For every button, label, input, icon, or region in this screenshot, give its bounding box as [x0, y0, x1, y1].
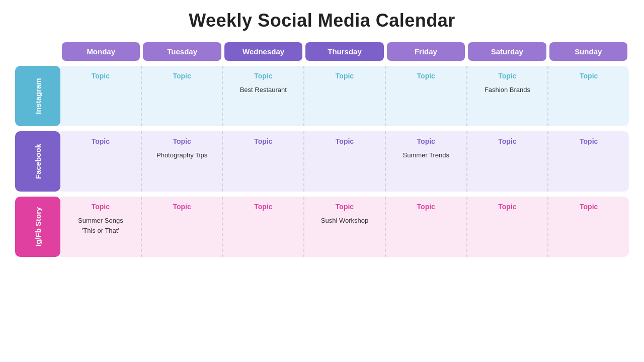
cell-topic-label: Topic [417, 137, 435, 145]
cell-facebook-thursday: Topic [303, 131, 385, 192]
platform-row-facebook: FacebookTopicTopicPhotography TipsTopicT… [15, 131, 629, 192]
cell-facebook-monday: Topic [60, 131, 141, 192]
cell-topic-label: Topic [417, 72, 435, 80]
cell-topic-label: Topic [336, 72, 354, 80]
cell-topic-label: Topic [417, 203, 435, 211]
page-title: Weekly Social Media Calendar [189, 10, 455, 31]
cell-content-text: Best Restaurant [240, 85, 287, 95]
cell-ig-fb-story-thursday: TopicSushi Workshop [303, 197, 385, 257]
cell-ig-fb-story-monday: TopicSummer Songs'This or That' [60, 197, 141, 257]
cell-facebook-sunday: Topic [547, 131, 629, 192]
day-header-monday: Monday [62, 42, 140, 61]
cell-topic-label: Topic [173, 72, 191, 80]
cell-topic-label: Topic [173, 203, 191, 211]
cell-facebook-saturday: Topic [466, 131, 548, 192]
cell-instagram-saturday: TopicFashion Brands [466, 66, 548, 126]
platform-label-ig-fb-story: Ig/Fb Story [15, 197, 60, 257]
cell-content-text: Sushi Workshop [321, 216, 368, 226]
days-grid-ig-fb-story: TopicSummer Songs'This or That'TopicTopi… [60, 197, 629, 257]
cell-topic-label: Topic [92, 203, 110, 211]
cell-topic-label: Topic [92, 72, 110, 80]
cell-instagram-sunday: Topic [547, 66, 629, 126]
cell-topic-label: Topic [336, 203, 354, 211]
cell-ig-fb-story-wednesday: Topic [222, 197, 303, 257]
cell-content-text: Summer Trends [403, 150, 449, 160]
cell-content-text: Summer Songs'This or That' [78, 216, 123, 235]
cell-topic-label: Topic [498, 137, 516, 145]
cell-topic-label: Topic [580, 137, 598, 145]
day-header-wednesday: Wednesday [224, 42, 302, 61]
day-header-sunday: Sunday [549, 42, 627, 61]
days-grid-facebook: TopicTopicPhotography TipsTopicTopicTopi… [60, 131, 629, 192]
cell-facebook-friday: TopicSummer Trends [385, 131, 466, 192]
cell-topic-label: Topic [498, 72, 516, 80]
cell-facebook-tuesday: TopicPhotography Tips [141, 131, 222, 192]
cell-topic-label: Topic [336, 137, 354, 145]
cell-topic-label: Topic [173, 137, 191, 145]
cell-facebook-wednesday: Topic [222, 131, 303, 192]
cell-topic-label: Topic [498, 203, 516, 211]
cell-content-text: Fashion Brands [485, 85, 530, 95]
cell-ig-fb-story-friday: Topic [385, 197, 466, 257]
cell-instagram-tuesday: Topic [141, 66, 222, 126]
platform-row-ig-fb-story: Ig/Fb StoryTopicSummer Songs'This or Tha… [15, 197, 629, 257]
cell-instagram-friday: Topic [385, 66, 466, 126]
cell-topic-label: Topic [92, 137, 110, 145]
day-header-saturday: Saturday [468, 42, 546, 61]
cell-topic-label: Topic [254, 203, 272, 211]
platform-label-instagram: Instagram [15, 66, 60, 126]
cell-topic-label: Topic [580, 72, 598, 80]
cell-instagram-wednesday: TopicBest Restaurant [222, 66, 303, 126]
cell-instagram-thursday: Topic [303, 66, 385, 126]
cell-instagram-monday: Topic [60, 66, 141, 126]
cell-ig-fb-story-sunday: Topic [547, 197, 629, 257]
cell-topic-label: Topic [254, 72, 272, 80]
platform-row-instagram: InstagramTopicTopicTopicBest RestaurantT… [15, 66, 629, 126]
cell-topic-label: Topic [580, 203, 598, 211]
cell-content-text: Photography Tips [156, 150, 207, 160]
day-header-friday: Friday [387, 42, 465, 61]
platform-label-facebook: Facebook [15, 131, 60, 192]
day-header-tuesday: Tuesday [143, 42, 221, 61]
days-grid-instagram: TopicTopicTopicBest RestaurantTopicTopic… [60, 66, 629, 126]
calendar-wrapper: MondayTuesdayWednesdayThursdayFridaySatu… [15, 42, 629, 257]
cell-topic-label: Topic [254, 137, 272, 145]
header-row: MondayTuesdayWednesdayThursdayFridaySatu… [60, 42, 629, 61]
cell-ig-fb-story-tuesday: Topic [141, 197, 222, 257]
cell-ig-fb-story-saturday: Topic [466, 197, 548, 257]
day-header-thursday: Thursday [305, 42, 383, 61]
